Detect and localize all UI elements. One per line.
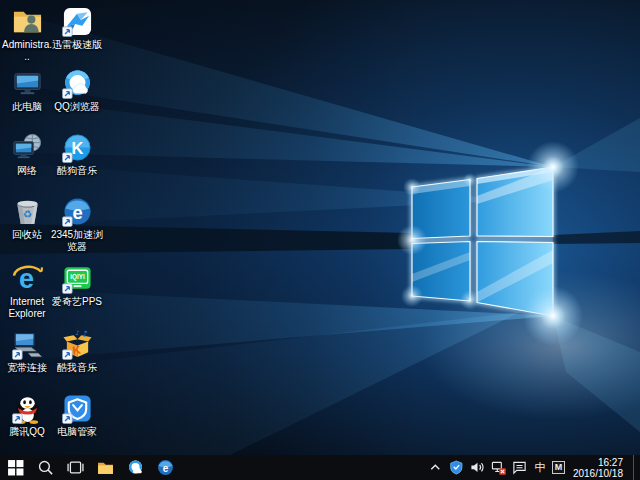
network-icon: [12, 132, 43, 163]
search-icon: [37, 459, 54, 476]
desktop-icon-label: 迅雷极速版: [52, 39, 102, 51]
desktop-icon-label: 宽带连接: [7, 362, 47, 374]
desktop-icon-label: 电脑管家: [57, 426, 97, 438]
desktop-icon-label: 网络: [17, 165, 37, 177]
desktop-icon-recycle-bin[interactable]: ♻回收站: [1, 196, 53, 241]
file-explorer-icon: [97, 459, 114, 476]
ime-indicator[interactable]: 中: [533, 460, 547, 475]
start-button[interactable]: [0, 455, 30, 480]
desktop-icon-administrator[interactable]: Administra...: [1, 6, 53, 63]
taskbar-clock[interactable]: 16:27 2016/10/18: [573, 457, 623, 479]
desktop-icon-pc-manager[interactable]: 电脑管家: [49, 393, 105, 438]
search-button[interactable]: [30, 455, 60, 480]
svg-text:e: e: [162, 463, 168, 474]
taskbar: e 中 M 16:27 2016/10/18: [0, 455, 640, 480]
desktop-icon-network[interactable]: 网络: [1, 132, 53, 177]
desktop-icon-label: 爱奇艺PPS: [52, 296, 102, 308]
desktop-icon-kugou-music[interactable]: K酷狗音乐: [49, 132, 105, 177]
kuwo-music-icon: K♪♪: [62, 329, 93, 360]
browser-2345-icon: e: [62, 196, 93, 227]
tray-icons: [428, 460, 528, 476]
kugou-music-icon: K: [62, 132, 93, 163]
task-view-icon: [67, 459, 84, 476]
tencent-qq-icon: [12, 393, 43, 424]
network-error-icon[interactable]: [491, 460, 507, 476]
2345-browser-button[interactable]: e: [150, 455, 180, 480]
desktop-icon-label: 酷我音乐: [57, 362, 97, 374]
qq-browser-button[interactable]: [120, 455, 150, 480]
chevron-up-icon[interactable]: [428, 460, 444, 476]
svg-text:iQIYI: iQIYI: [70, 273, 85, 281]
desktop-icon-kuwo-music[interactable]: K♪♪酷我音乐: [49, 329, 105, 374]
desktop-icon-this-pc[interactable]: 此电脑: [1, 68, 53, 113]
desktop-icon-tencent-qq[interactable]: 腾讯QQ: [1, 393, 53, 438]
pc-manager-icon: [62, 393, 93, 424]
desktop-icon-browser-2345[interactable]: e2345加速浏览器: [49, 196, 105, 253]
desktop-icon-label: 2345加速浏览器: [49, 229, 105, 253]
iqiyi-pps-icon: iQIYI: [62, 263, 93, 294]
desktop-icon-label: 此电脑: [12, 101, 42, 113]
m-tray-icon[interactable]: M: [552, 461, 565, 474]
action-center-icon[interactable]: [512, 460, 528, 476]
svg-text:e: e: [72, 202, 82, 223]
system-tray: 中 M 16:27 2016/10/18: [428, 455, 640, 480]
desktop-icon-label: 酷狗音乐: [57, 165, 97, 177]
show-desktop-button[interactable]: [633, 455, 638, 480]
file-explorer-button[interactable]: [90, 455, 120, 480]
desktop-icon-qq-browser[interactable]: QQ浏览器: [49, 68, 105, 113]
clock-time: 16:27: [573, 457, 623, 468]
taskbar-left: e: [0, 455, 180, 480]
desktop-icon-label: 回收站: [12, 229, 42, 241]
desktop-icon-label: Administra...: [1, 39, 53, 63]
svg-text:K: K: [71, 139, 83, 157]
thunder-icon: [62, 6, 93, 37]
desktop-icons: Administra...迅雷极速版此电脑QQ浏览器网络K酷狗音乐♻回收站e23…: [0, 0, 640, 455]
desktop-icon-broadband[interactable]: 宽带连接: [1, 329, 53, 374]
volume-icon[interactable]: [470, 460, 486, 476]
administrator-icon: [12, 6, 43, 37]
desktop-icon-internet-explorer[interactable]: eInternet Explorer: [1, 263, 53, 320]
this-pc-icon: [12, 68, 43, 99]
clock-date: 2016/10/18: [573, 468, 623, 479]
task-view-button[interactable]: [60, 455, 90, 480]
windows-desktop: Administra...迅雷极速版此电脑QQ浏览器网络K酷狗音乐♻回收站e23…: [0, 0, 640, 480]
svg-text:♻: ♻: [22, 208, 32, 221]
recycle-bin-icon: ♻: [12, 196, 43, 227]
desktop-icon-label: Internet Explorer: [1, 296, 53, 320]
2345-browser-icon: e: [157, 459, 174, 476]
internet-explorer-icon: e: [12, 263, 43, 294]
security-shield-icon[interactable]: [449, 460, 465, 476]
desktop-icon-label: 腾讯QQ: [9, 426, 45, 438]
desktop-icon-thunder[interactable]: 迅雷极速版: [49, 6, 105, 51]
svg-text:♪: ♪: [75, 329, 79, 336]
start-icon: [7, 459, 24, 476]
qq-browser-icon: [62, 68, 93, 99]
svg-text:♪: ♪: [82, 329, 88, 339]
desktop-icon-label: QQ浏览器: [54, 101, 100, 113]
broadband-icon: [12, 329, 43, 360]
qq-browser-icon: [127, 459, 144, 476]
desktop-icon-iqiyi-pps[interactable]: iQIYI爱奇艺PPS: [49, 263, 105, 308]
